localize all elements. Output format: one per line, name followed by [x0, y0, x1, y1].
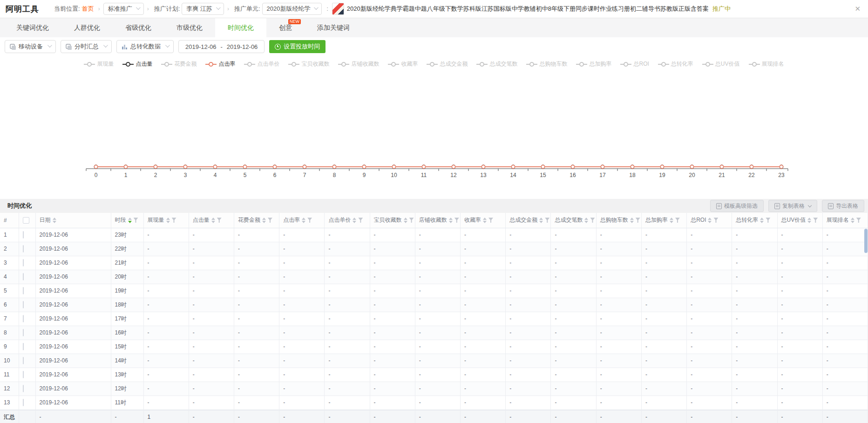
- row-checkbox[interactable]: [23, 371, 24, 378]
- column-header-店铺收藏数[interactable]: 店铺收藏数: [415, 213, 460, 228]
- sort-desc-icon[interactable]: [630, 221, 634, 223]
- legend-item-店铺收藏数[interactable]: 店铺收藏数: [338, 60, 379, 68]
- button-导出表格[interactable]: 导出表格: [822, 200, 864, 212]
- data-type-dropdown[interactable]: 总转化数据: [116, 40, 174, 53]
- sort-asc-icon[interactable]: [211, 218, 215, 220]
- legend-item-展现量[interactable]: 展现量: [84, 60, 114, 68]
- unit-dropdown[interactable]: 2020新版经纶学: [262, 3, 322, 15]
- sort-desc-icon[interactable]: [760, 221, 764, 223]
- sort-desc-icon[interactable]: [128, 221, 132, 223]
- legend-item-收藏率[interactable]: 收藏率: [388, 60, 418, 68]
- sort-asc-icon[interactable]: [670, 218, 673, 220]
- sort-desc-icon[interactable]: [483, 221, 487, 223]
- sort-icon[interactable]: [302, 218, 305, 223]
- tab-省级优化[interactable]: 省级优化: [113, 18, 164, 37]
- sort-asc-icon[interactable]: [584, 218, 588, 220]
- tab-关键词优化[interactable]: 关键词优化: [4, 18, 61, 37]
- filter-funnel-icon[interactable]: [217, 218, 222, 223]
- sort-desc-icon[interactable]: [851, 221, 854, 223]
- sort-desc-icon[interactable]: [449, 221, 453, 223]
- sort-asc-icon[interactable]: [262, 218, 266, 220]
- legend-item-展现排名[interactable]: 展现排名: [749, 60, 784, 68]
- filter-funnel-icon[interactable]: [636, 218, 640, 223]
- legend-item-总UV价值[interactable]: 总UV价值: [702, 60, 740, 68]
- sort-icon[interactable]: [851, 218, 854, 223]
- sort-icon[interactable]: [483, 218, 487, 223]
- sort-desc-icon[interactable]: [166, 221, 170, 223]
- filter-funnel-icon[interactable]: [307, 218, 312, 223]
- filter-funnel-icon[interactable]: [813, 218, 818, 223]
- sort-icon[interactable]: [53, 218, 56, 223]
- sort-desc-icon[interactable]: [302, 221, 305, 223]
- sort-desc-icon[interactable]: [539, 221, 543, 223]
- sort-asc-icon[interactable]: [128, 218, 132, 220]
- sort-asc-icon[interactable]: [53, 218, 56, 220]
- row-checkbox[interactable]: [23, 245, 24, 252]
- column-header-总转化率[interactable]: 总转化率: [732, 213, 777, 228]
- sort-asc-icon[interactable]: [353, 218, 356, 220]
- sort-asc-icon[interactable]: [302, 218, 305, 220]
- sort-asc-icon[interactable]: [630, 218, 634, 220]
- sort-icon[interactable]: [760, 218, 764, 223]
- sort-icon[interactable]: [166, 218, 170, 223]
- home-link[interactable]: 首页: [82, 5, 94, 13]
- sort-icon[interactable]: [449, 218, 453, 223]
- legend-item-点击量[interactable]: 点击量: [122, 60, 152, 68]
- legend-item-总加购率[interactable]: 总加购率: [576, 60, 611, 68]
- sort-desc-icon[interactable]: [262, 221, 266, 223]
- column-header-总成交金额[interactable]: 总成交金额: [506, 213, 551, 228]
- plan-dropdown[interactable]: 李爽 江苏: [182, 3, 224, 15]
- tab-添加关键词[interactable]: 添加关键词: [305, 18, 362, 37]
- filter-funnel-icon[interactable]: [454, 218, 459, 223]
- sort-asc-icon[interactable]: [708, 218, 712, 220]
- column-header-总购物车数[interactable]: 总购物车数: [596, 213, 641, 228]
- legend-item-总成交笔数[interactable]: 总成交笔数: [476, 60, 517, 68]
- sort-icon[interactable]: [807, 218, 811, 223]
- tab-市级优化[interactable]: 市级优化: [164, 18, 215, 37]
- filter-funnel-icon[interactable]: [172, 218, 176, 223]
- filter-funnel-icon[interactable]: [268, 218, 272, 223]
- filter-funnel-icon[interactable]: [545, 218, 549, 223]
- sort-asc-icon[interactable]: [851, 218, 854, 220]
- legend-item-总购物车数[interactable]: 总购物车数: [526, 60, 567, 68]
- sort-icon[interactable]: [708, 218, 712, 223]
- select-all-checkbox[interactable]: [23, 217, 29, 224]
- row-checkbox[interactable]: [23, 287, 24, 294]
- sort-icon[interactable]: [670, 218, 673, 223]
- row-checkbox[interactable]: [23, 357, 24, 364]
- sort-icon[interactable]: [539, 218, 543, 223]
- sort-icon[interactable]: [353, 218, 356, 223]
- column-header-花费金额[interactable]: 花费金额: [234, 213, 279, 228]
- row-checkbox[interactable]: [23, 399, 24, 406]
- legend-item-总ROI[interactable]: 总ROI: [620, 60, 649, 68]
- sort-asc-icon[interactable]: [483, 218, 487, 220]
- row-checkbox[interactable]: [23, 315, 24, 322]
- sort-asc-icon[interactable]: [807, 218, 811, 220]
- tab-人群优化[interactable]: 人群优化: [61, 18, 113, 37]
- column-header-总UV价值[interactable]: 总UV价值: [777, 213, 822, 228]
- vertical-scrollbar-thumb[interactable]: [864, 229, 868, 253]
- row-checkbox[interactable]: [23, 301, 24, 308]
- sort-icon[interactable]: [128, 218, 132, 223]
- summary-mode-dropdown[interactable]: 分时汇总: [61, 40, 112, 53]
- row-checkbox[interactable]: [23, 259, 24, 266]
- legend-item-总转化率[interactable]: 总转化率: [658, 60, 693, 68]
- filter-funnel-icon[interactable]: [488, 218, 493, 223]
- sort-desc-icon[interactable]: [404, 221, 407, 223]
- filter-funnel-icon[interactable]: [675, 218, 680, 223]
- tab-创意[interactable]: 创意NEW: [266, 18, 305, 37]
- column-header-宝贝收藏数[interactable]: 宝贝收藏数: [370, 213, 415, 228]
- legend-item-点击单价[interactable]: 点击单价: [244, 60, 279, 68]
- legend-item-点击率[interactable]: 点击率: [205, 60, 235, 68]
- column-header-总ROI[interactable]: 总ROI: [687, 213, 732, 228]
- sort-icon[interactable]: [262, 218, 266, 223]
- row-checkbox[interactable]: [23, 385, 24, 392]
- legend-item-宝贝收藏数[interactable]: 宝贝收藏数: [288, 60, 329, 68]
- filter-funnel-icon[interactable]: [590, 218, 595, 223]
- filter-funnel-icon[interactable]: [409, 218, 414, 223]
- sort-desc-icon[interactable]: [584, 221, 588, 223]
- filter-funnel-icon[interactable]: [766, 218, 770, 223]
- filter-funnel-icon[interactable]: [713, 218, 718, 223]
- row-checkbox[interactable]: [23, 329, 24, 336]
- column-header-点击量[interactable]: 点击量: [189, 213, 234, 228]
